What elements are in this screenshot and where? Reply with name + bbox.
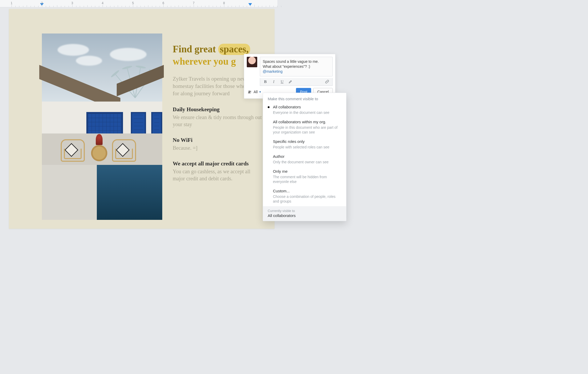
- option-title: Specific roles only: [273, 139, 341, 144]
- option-title: Only me: [273, 169, 341, 174]
- ruler-number: 1: [11, 1, 13, 5]
- horizontal-ruler[interactable]: 12345678: [0, 0, 277, 7]
- feature-title[interactable]: We accept all major credit cards: [173, 160, 267, 167]
- visibility-option[interactable]: Specific roles only People with selected…: [263, 137, 346, 152]
- format-toolbar: B I U: [260, 78, 333, 86]
- option-desc: The comment will be hidden from everyonl…: [273, 175, 341, 184]
- feature-block: We accept all major credit cards You can…: [173, 160, 267, 182]
- comment-text: What about "experiences"? :): [263, 64, 310, 69]
- people-icon: [248, 90, 252, 93]
- mention-chip[interactable]: @marketing: [263, 69, 283, 74]
- option-desc: Only the document owner can see: [273, 160, 341, 164]
- visibility-dropdown: Make this comment visible to All collabo…: [263, 93, 346, 221]
- feature-block: Daily Housekeeping We ensure clean & tid…: [173, 106, 267, 128]
- option-title: Custom...: [273, 189, 341, 194]
- ruler-number: 8: [223, 1, 225, 5]
- feature-block: No WiFi Because. =]: [173, 137, 267, 152]
- avatar: [247, 57, 257, 67]
- svg-point-0: [249, 91, 250, 92]
- feature-desc[interactable]: Because. =]: [173, 144, 262, 152]
- svg-point-1: [250, 91, 251, 92]
- comment-text: Spaces sound a little vague to me.: [263, 59, 319, 64]
- visibility-option[interactable]: All collaborators Everyone in the docume…: [263, 103, 346, 118]
- visibility-option[interactable]: Only me The comment will be hidden from …: [263, 167, 346, 187]
- italic-button[interactable]: I: [270, 79, 277, 85]
- footer-value: All collaborators: [268, 213, 341, 218]
- chevron-down-icon: ▾: [259, 90, 261, 94]
- ruler-number: 4: [102, 1, 104, 5]
- highlight-button[interactable]: [287, 79, 294, 85]
- option-title: All collaborators: [273, 105, 341, 110]
- option-desc: People in this document who are part of …: [273, 125, 341, 135]
- audience-selector[interactable]: All ▾: [247, 89, 262, 95]
- feature-title[interactable]: No WiFi: [173, 137, 267, 143]
- option-desc: Everyone in the document can see: [273, 110, 341, 115]
- visibility-option[interactable]: All collaborators within my org. People …: [263, 118, 346, 137]
- option-desc: Choose a combination of people, roles an…: [273, 194, 341, 204]
- option-desc: People with selected roles can see: [273, 145, 341, 149]
- ruler-number: 7: [193, 1, 195, 5]
- document-page: Find great spaces, wherever you g Zylker…: [9, 9, 275, 229]
- option-title: All collaborators within my org.: [273, 120, 341, 125]
- visibility-option[interactable]: Custom... Choose a combination of people…: [263, 187, 346, 206]
- headline-text[interactable]: Find great: [173, 44, 218, 54]
- visibility-footer: Currently visble to All collaborators: [263, 206, 346, 221]
- comment-input[interactable]: Spaces sound a little vague to me. What …: [260, 57, 333, 76]
- ruler-number: 6: [163, 1, 164, 5]
- ruler-number: 3: [71, 1, 73, 5]
- underline-button[interactable]: U: [278, 79, 286, 85]
- right-indent-marker[interactable]: [248, 3, 252, 6]
- dropdown-title: Make this comment visible to: [263, 93, 346, 103]
- headline-line2[interactable]: wherever you g: [173, 56, 236, 67]
- visibility-option[interactable]: Author Only the document owner can see: [263, 152, 346, 167]
- ruler-number: 5: [132, 1, 134, 5]
- footer-label: Currently visble to: [268, 209, 341, 213]
- feature-desc[interactable]: You can go cashless, as we accept all ma…: [173, 168, 262, 182]
- comment-panel: Spaces sound a little vague to me. What …: [244, 54, 335, 99]
- hero-image: [42, 34, 162, 220]
- audience-label: All: [254, 90, 258, 94]
- ruler-number: 2: [41, 1, 43, 5]
- link-button[interactable]: [323, 79, 331, 85]
- bold-button[interactable]: B: [262, 79, 269, 85]
- feature-title[interactable]: Daily Housekeeping: [173, 106, 267, 113]
- comment-highlight[interactable]: spaces,: [218, 44, 250, 55]
- option-title: Author: [273, 154, 341, 159]
- feature-desc[interactable]: We ensure clean & tidy rooms through out…: [173, 114, 262, 128]
